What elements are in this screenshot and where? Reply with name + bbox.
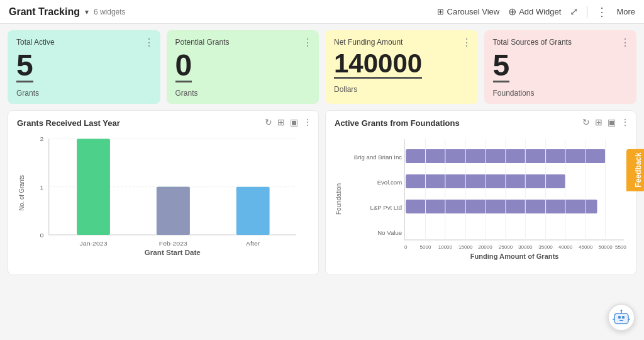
svg-rect-25 — [406, 200, 597, 213]
card-value: 5 — [493, 50, 510, 82]
divider — [587, 6, 587, 18]
plus-icon: ⊕ — [508, 6, 516, 18]
header-right: ⊞ Carousel View ⊕ Add Widget ⤢ ⋮ More — [437, 5, 635, 19]
bar-chart-svg: 0 1 2 No. of Grants Jan-2023 Feb-2023 Af… — [17, 133, 309, 259]
card-title: Total Active — [16, 38, 152, 47]
svg-text:25000: 25000 — [499, 244, 513, 250]
card-title: Potential Grants — [175, 38, 311, 47]
svg-text:Foundation: Foundation — [335, 183, 342, 215]
header: Grant Tracking ▾ 6 widgets ⊞ Carousel Vi… — [0, 0, 644, 24]
card-menu-dots[interactable]: ⋮ — [620, 37, 630, 48]
chart-toolbar: ↻ ⊞ ▣ ⋮ — [265, 117, 312, 127]
svg-text:No Value: No Value — [377, 229, 402, 236]
card-subtitle: Foundations — [493, 89, 628, 98]
svg-text:5500: 5500 — [615, 244, 626, 250]
svg-text:50000: 50000 — [598, 244, 613, 250]
chart-toolbar: ↻ ⊞ ▣ ⋮ — [582, 117, 630, 127]
table-icon[interactable]: ⊞ — [595, 117, 602, 127]
card-subtitle: Dollars — [334, 85, 469, 94]
svg-text:5000: 5000 — [420, 244, 431, 250]
card-value: 140000 — [334, 50, 422, 79]
refresh-icon[interactable]: ↻ — [582, 117, 590, 127]
card-value: 0 — [175, 50, 192, 82]
add-widget-button[interactable]: ⊕ Add Widget — [508, 6, 561, 18]
total-active-card: ⋮ Total Active 5 Grants — [8, 30, 160, 104]
table-icon[interactable]: ⊞ — [277, 117, 285, 127]
svg-text:20000: 20000 — [478, 244, 492, 250]
svg-text:0: 0 — [404, 244, 408, 250]
svg-text:Feb-2023: Feb-2023 — [159, 241, 188, 247]
carousel-icon: ⊞ — [437, 7, 444, 16]
feedback-label[interactable]: Feedback — [626, 149, 644, 191]
expand-icon[interactable]: ⤢ — [570, 6, 578, 18]
more-dots-icon[interactable]: ⋮ — [596, 5, 608, 19]
svg-text:L&P Pvt Ltd: L&P Pvt Ltd — [370, 204, 402, 211]
svg-rect-24 — [406, 174, 565, 188]
svg-text:Grant Start Date: Grant Start Date — [145, 249, 201, 256]
svg-text:0: 0 — [40, 232, 43, 238]
widget-count: 6 widgets — [94, 8, 126, 16]
svg-text:After: After — [246, 241, 260, 247]
svg-text:35000: 35000 — [538, 244, 553, 250]
card-title: Total Sources of Grants — [493, 38, 628, 47]
svg-text:10000: 10000 — [438, 244, 453, 250]
card-title: Net Funding Amount — [334, 38, 469, 47]
feedback-tab[interactable]: Feedback — [626, 149, 644, 191]
svg-text:Funding Amount of Grants: Funding Amount of Grants — [470, 252, 559, 260]
dropdown-arrow-icon[interactable]: ▾ — [85, 8, 89, 16]
refresh-icon[interactable]: ↻ — [265, 117, 272, 127]
active-grants-chart: Active Grants from Foundations ↻ ⊞ ▣ ⋮ F… — [325, 110, 636, 275]
card-subtitle: Grants — [175, 89, 311, 98]
view-icon[interactable]: ▣ — [608, 117, 616, 127]
svg-text:2: 2 — [40, 136, 43, 142]
chart-dots-icon[interactable]: ⋮ — [303, 117, 312, 127]
card-menu-dots[interactable]: ⋮ — [303, 37, 313, 48]
charts-row: Grants Received Last Year ↻ ⊞ ▣ ⋮ 0 1 2 — [8, 110, 636, 275]
svg-rect-11 — [236, 187, 270, 235]
more-label[interactable]: More — [616, 7, 635, 16]
svg-text:30000: 30000 — [518, 244, 533, 250]
svg-text:45000: 45000 — [579, 244, 593, 250]
svg-text:15000: 15000 — [458, 244, 473, 250]
main-content: ⋮ Total Active 5 Grants ⋮ Potential Gran… — [0, 24, 644, 281]
view-icon[interactable]: ▣ — [290, 117, 298, 127]
header-left: Grant Tracking ▾ 6 widgets — [9, 6, 126, 18]
svg-text:Jan-2023: Jan-2023 — [80, 241, 108, 247]
card-menu-dots[interactable]: ⋮ — [144, 37, 154, 48]
chart-dots-icon[interactable]: ⋮ — [621, 117, 630, 127]
svg-text:40000: 40000 — [558, 244, 573, 250]
card-value: 5 — [16, 50, 33, 82]
svg-text:Brig and Brian Inc: Brig and Brian Inc — [354, 154, 402, 161]
cards-row: ⋮ Total Active 5 Grants ⋮ Potential Gran… — [8, 30, 636, 104]
total-sources-card: ⋮ Total Sources of Grants 5 Foundations — [484, 30, 637, 104]
grants-received-chart: Grants Received Last Year ↻ ⊞ ▣ ⋮ 0 1 2 — [8, 110, 319, 275]
card-menu-dots[interactable]: ⋮ — [462, 37, 472, 48]
carousel-view-button[interactable]: ⊞ Carousel View — [437, 7, 500, 16]
svg-rect-8 — [77, 139, 110, 235]
page-title: Grant Tracking — [9, 6, 80, 18]
svg-text:No. of Grants: No. of Grants — [18, 175, 25, 211]
potential-grants-card: ⋮ Potential Grants 0 Grants — [167, 30, 319, 104]
svg-text:1: 1 — [40, 184, 43, 190]
net-funding-card: ⋮ Net Funding Amount 140000 Dollars — [325, 30, 478, 104]
card-subtitle: Grants — [16, 89, 152, 98]
svg-text:Evol.com: Evol.com — [377, 179, 402, 186]
hbar-chart-svg: Foundation Brig and Brian Inc Evol.com L… — [335, 133, 627, 265]
svg-rect-10 — [157, 187, 190, 235]
